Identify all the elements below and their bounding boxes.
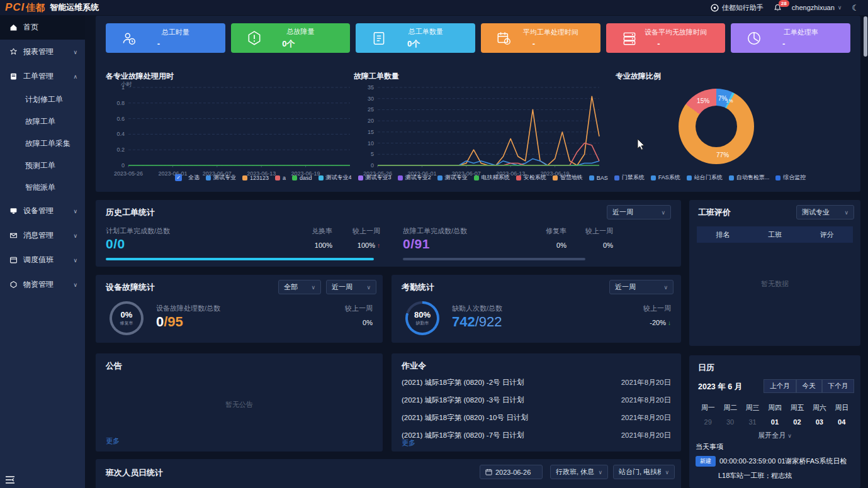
legend-item[interactable]: 安检系统 xyxy=(516,174,546,182)
assistant-button[interactable]: 佳都知行助手 xyxy=(711,3,764,13)
sidebar-item-reports[interactable]: 报表管理 ∨ xyxy=(0,40,85,64)
shift-type-select[interactable]: 行政班, 休息, ...∨ xyxy=(550,465,608,479)
device-scope-select[interactable]: 全部∨ xyxy=(278,280,321,294)
calendar-event[interactable]: 新建 00:00:00-23:59:00 01谢家桥FAS系统日检 xyxy=(696,456,855,467)
sidebar-item-messages[interactable]: 消息管理 ∨ xyxy=(0,223,85,248)
legend-item[interactable]: dasd xyxy=(292,175,312,181)
legend-item[interactable]: 测试专业3 xyxy=(358,174,392,182)
stat-card-value: 0个 xyxy=(282,38,295,50)
notifications-button[interactable]: 28 xyxy=(774,4,782,12)
shift-date-picker[interactable]: 2023-06-26 xyxy=(480,465,543,479)
calendar-weekday: 周二 xyxy=(719,403,741,413)
user-menu[interactable]: chengzhixuan ∨ xyxy=(792,4,842,11)
legend-item[interactable]: a xyxy=(275,175,286,181)
legend-item[interactable]: 测试专业4 xyxy=(318,174,352,182)
expand-month-link[interactable]: 展开全月 ∨ xyxy=(689,431,860,440)
dark-mode-toggle[interactable]: ☾ xyxy=(852,3,859,13)
legend-item[interactable]: 综合监控 xyxy=(775,174,806,182)
legend-item[interactable]: 123123 xyxy=(242,175,269,181)
stat-card-total-faults[interactable]: 总故障量0个 xyxy=(231,23,351,53)
notice-more-link[interactable]: 更多 xyxy=(106,436,120,446)
stat-card-handle-rate[interactable]: 工单处理率- xyxy=(731,23,850,53)
legend-item[interactable]: 测试专业 xyxy=(437,174,468,182)
home-icon xyxy=(9,23,18,31)
sidebar-subitem-fault-workorder[interactable]: 故障工单 xyxy=(0,111,85,133)
history-range-select[interactable]: 近一周∨ xyxy=(607,205,671,219)
legend-swatch xyxy=(589,175,594,180)
attendance-range-select[interactable]: 近一周∨ xyxy=(609,280,674,294)
fault-duration-line-chart[interactable]: 小时00.20.40.60.812023-05-262023-06-012023… xyxy=(106,80,355,179)
stat-card-mtbf[interactable]: 设备平均无故障时间- xyxy=(606,23,726,53)
history-stats-panel: 历史工单统计 近一周∨ 计划工单完成数/总数 0/0 兑换率 100% 较上一周… xyxy=(96,200,681,267)
legend-item[interactable]: 自动售检票... xyxy=(729,174,770,182)
crew-filter-select[interactable]: 测试专业∨ xyxy=(796,205,854,219)
legend-swatch xyxy=(775,175,781,180)
legend-label: 站台门系统 xyxy=(694,174,723,182)
calendar-day[interactable]: 30 xyxy=(719,418,741,426)
fault-wow: 较上一周 0% xyxy=(572,226,613,249)
legend-select-all-checkbox[interactable]: ✓ xyxy=(175,174,182,181)
legend-item[interactable]: 站台门系统 xyxy=(687,174,723,182)
worklist-row[interactable]: (2021) 城际18字第 (0820) -10号 日计划 2021年8月20日 xyxy=(402,409,671,426)
legend-item[interactable]: 电扶梯系统 xyxy=(474,174,510,182)
legend-label: 电扶梯系统 xyxy=(482,174,510,182)
calendar-day[interactable]: 29 xyxy=(697,418,719,426)
stat-card-value: - xyxy=(657,39,660,48)
legend-item[interactable]: 测试专业2 xyxy=(398,174,431,182)
absence-rate-gauge: 80%缺勤率 xyxy=(405,301,439,335)
device-fault-panel: 设备故障统计 全部∨ 近一周∨ 0%修复率 设备故障处理数/总数 0/95 较上… xyxy=(96,275,383,343)
legend-item[interactable]: FAS系统 xyxy=(651,174,680,182)
worklist-row[interactable]: (2021) 城际18字第 (0820) -2号 日计划 2021年8月20日 xyxy=(402,374,671,391)
worklist-row[interactable]: (2021) 城际18字第 (0820) -3号 日计划 2021年8月20日 xyxy=(402,391,671,409)
sidebar-subitem-smart-dispatch[interactable]: 智能派单 xyxy=(0,177,85,199)
chevron-down-icon: ∨ xyxy=(598,469,602,475)
legend-item[interactable]: 门禁系统 xyxy=(614,174,645,182)
stat-card-avg-handle-time[interactable]: 平均工单处理时间- xyxy=(481,23,600,53)
today-button[interactable]: 今天 xyxy=(796,379,822,393)
notification-badge: 28 xyxy=(779,0,789,7)
scrollbar-thumb[interactable] xyxy=(864,16,867,57)
legend-item[interactable]: 智慧地铁 xyxy=(553,174,583,182)
sidebar-subitem-predict-workorder[interactable]: 预测工单 xyxy=(0,155,85,177)
stat-card-title: 工单处理率 xyxy=(784,28,818,37)
legend-label: dasd xyxy=(300,175,312,181)
rate-label: 修复率 xyxy=(536,226,566,236)
shift-system-select[interactable]: 站台门, 电扶梯...∨ xyxy=(613,465,675,479)
stat-cards-row: 总工时量- 总故障量0个 总工单数量0个 平均工单处理时间- 设备平均无故障时间… xyxy=(106,23,850,53)
calendar-day[interactable]: 04 xyxy=(831,418,853,426)
chevron-down-icon: ∨ xyxy=(311,284,315,291)
legend-item[interactable]: BAS xyxy=(589,175,608,181)
legend-select-all-label: 全选 xyxy=(188,174,200,182)
worklist-row-date: 2021年8月20日 xyxy=(621,378,671,387)
stat-card-total-workorders[interactable]: 总工单数量0个 xyxy=(356,23,475,53)
legend-item[interactable]: 测试专业 xyxy=(206,174,236,182)
calendar-day[interactable]: 03 xyxy=(808,418,830,426)
sidebar-subitem-planned-workorder[interactable]: 计划修工单 xyxy=(0,89,85,111)
calendar-day[interactable]: 02 xyxy=(786,418,808,426)
sidebar-item-home[interactable]: 首页 xyxy=(0,15,85,40)
sidebar-item-workorders[interactable]: 工单管理 ∧ xyxy=(0,64,85,89)
prev-month-button[interactable]: 上个月 xyxy=(764,379,796,393)
device-range-select[interactable]: 近一周∨ xyxy=(326,280,376,294)
sidebar-item-dispatch-duty[interactable]: 调度值班 ∨ xyxy=(0,248,85,272)
fault-count-line-chart[interactable]: 051015202530352023-05-262023-06-012023-0… xyxy=(355,80,604,179)
sidebar-item-label: 设备管理 xyxy=(23,206,54,216)
calendar-day[interactable]: 31 xyxy=(741,418,764,426)
sidebar-item-devices[interactable]: 设备管理 ∨ xyxy=(0,199,85,223)
sidebar-collapse-button[interactable] xyxy=(5,475,15,487)
sidebar-subitem-fault-collect[interactable]: 故障工单采集 xyxy=(0,133,85,155)
calendar-weekday: 周三 xyxy=(741,403,764,413)
event-text: 00:00:00-23:59:00 01谢家桥FAS系统日检 xyxy=(719,457,847,466)
sidebar-subitem-label: 故障工单采集 xyxy=(25,138,70,149)
worklist-row[interactable]: (2021) 城际18字第 (0820) -7号 日计划 2021年8月20日 xyxy=(402,426,671,444)
fault-ratio-donut-chart[interactable]: 7%1%77%15% xyxy=(679,89,754,164)
legend-label: BAS xyxy=(597,175,608,181)
calendar-day[interactable]: 01 xyxy=(764,418,786,426)
legend-label: 测试专业4 xyxy=(326,174,352,182)
next-month-button[interactable]: 下个月 xyxy=(822,379,855,393)
sidebar-item-materials[interactable]: 物资管理 ∨ xyxy=(0,272,85,297)
legend-label: 综合监控 xyxy=(783,174,806,182)
stat-card-total-hours[interactable]: 总工时量- xyxy=(106,23,225,53)
worklist-more-link[interactable]: 更多 xyxy=(402,438,415,448)
panel-title: 设备故障统计 xyxy=(106,282,155,293)
